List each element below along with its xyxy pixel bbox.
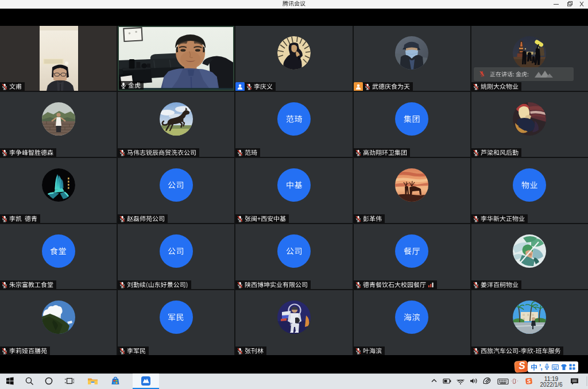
svg-text:11:19: 11:19: [544, 376, 559, 382]
svg-text:2022/1/6: 2022/1/6: [540, 382, 563, 388]
